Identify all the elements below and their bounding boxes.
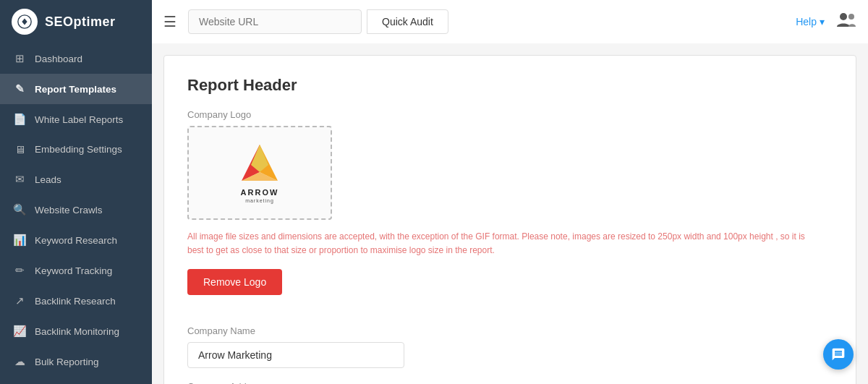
content-card: Report Header Company Logo ARROW bbox=[163, 55, 856, 384]
layout: ⊞ Dashboard ✎ Report Templates 📄 White L… bbox=[0, 43, 868, 384]
company-logo-label: Company Logo bbox=[187, 109, 833, 120]
mail-icon: ✉ bbox=[13, 173, 26, 186]
info-text-normal: All image file sizes and dimensions are … bbox=[187, 231, 519, 242]
svg-point-1 bbox=[840, 13, 847, 20]
sidebar-item-report-templates[interactable]: ✎ Report Templates bbox=[0, 74, 152, 104]
remove-logo-button[interactable]: Remove Logo bbox=[187, 269, 282, 295]
company-address-field: Company Address bbox=[187, 381, 833, 384]
sidebar: ⊞ Dashboard ✎ Report Templates 📄 White L… bbox=[0, 43, 152, 384]
logo-area: SEOptimer bbox=[0, 9, 152, 35]
chat-bubble-button[interactable] bbox=[823, 339, 854, 370]
sidebar-label-dashboard: Dashboard bbox=[35, 54, 82, 64]
sidebar-item-keyword-tracking[interactable]: ✏ Keyword Tracking bbox=[0, 255, 152, 286]
sidebar-item-website-crawls[interactable]: 🔍 Website Crawls bbox=[0, 195, 152, 225]
topbar: SEOptimer ☰ Quick Audit Help ▾ bbox=[0, 0, 868, 43]
cloud-icon: ☁ bbox=[13, 355, 26, 368]
sidebar-label-website-crawls: Website Crawls bbox=[35, 205, 103, 216]
document-icon: 📄 bbox=[13, 113, 26, 126]
sidebar-label-white-label-reports: White Label Reports bbox=[35, 114, 123, 125]
sidebar-label-leads: Leads bbox=[35, 174, 61, 185]
users-icon[interactable] bbox=[836, 11, 856, 33]
sidebar-label-keyword-research: Keyword Research bbox=[35, 235, 117, 246]
svg-point-2 bbox=[848, 14, 854, 20]
sidebar-item-backlink-monitoring[interactable]: 📈 Backlink Monitoring bbox=[0, 316, 152, 346]
sidebar-label-backlink-monitoring: Backlink Monitoring bbox=[35, 326, 119, 337]
sidebar-item-embedding-settings[interactable]: 🖥 Embedding Settings bbox=[0, 135, 152, 164]
sidebar-item-leads[interactable]: ✉ Leads bbox=[0, 164, 152, 195]
logo-icon bbox=[12, 9, 38, 35]
section-title: Report Header bbox=[187, 76, 833, 95]
brand-name: SEOptimer bbox=[45, 14, 116, 30]
dashboard-icon: ⊞ bbox=[13, 52, 26, 65]
arrow-logo-sub: marketing bbox=[245, 198, 274, 203]
arrow-up-right-icon: ↗ bbox=[13, 294, 26, 307]
company-name-label: Company Name bbox=[187, 325, 833, 336]
sidebar-item-bulk-reporting[interactable]: ☁ Bulk Reporting bbox=[0, 346, 152, 377]
sidebar-label-embedding-settings: Embedding Settings bbox=[35, 144, 122, 155]
trend-icon: 📈 bbox=[13, 325, 26, 338]
help-button[interactable]: Help ▾ bbox=[796, 16, 825, 27]
sidebar-item-keyword-research[interactable]: 📊 Keyword Research bbox=[0, 225, 152, 255]
arrow-logo-svg bbox=[231, 143, 289, 187]
quick-audit-button[interactable]: Quick Audit bbox=[367, 9, 448, 34]
sidebar-label-bulk-reporting: Bulk Reporting bbox=[35, 357, 99, 367]
company-logo-field: Company Logo ARROW marketing bbox=[187, 109, 833, 312]
search-icon: 🔍 bbox=[13, 203, 26, 216]
logo-upload-box[interactable]: ARROW marketing bbox=[187, 126, 332, 220]
topbar-actions: Help ▾ bbox=[796, 11, 856, 33]
sidebar-item-dashboard[interactable]: ⊞ Dashboard bbox=[0, 43, 152, 74]
sidebar-item-backlink-research[interactable]: ↗ Backlink Research bbox=[0, 286, 152, 316]
chevron-down-icon: ▾ bbox=[820, 16, 825, 27]
sidebar-label-backlink-research: Backlink Research bbox=[35, 296, 116, 307]
sidebar-item-white-label-reports[interactable]: 📄 White Label Reports bbox=[0, 104, 152, 135]
bar-chart-icon: 📊 bbox=[13, 234, 26, 247]
topbar-right: ☰ Quick Audit Help ▾ bbox=[152, 0, 868, 43]
pencil-icon: ✏ bbox=[13, 264, 26, 277]
arrow-logo: ARROW marketing bbox=[231, 143, 289, 203]
monitor-icon: 🖥 bbox=[13, 143, 26, 155]
chat-icon bbox=[831, 347, 846, 362]
company-name-field: Company Name bbox=[187, 325, 833, 368]
logo-info-text: All image file sizes and dimensions are … bbox=[187, 230, 809, 257]
info-text-highlight: Please note, images are resized to 250px… bbox=[522, 231, 773, 242]
sidebar-label-keyword-tracking: Keyword Tracking bbox=[35, 265, 112, 276]
hamburger-icon[interactable]: ☰ bbox=[163, 13, 176, 30]
company-name-input[interactable] bbox=[187, 342, 404, 368]
website-url-input[interactable] bbox=[188, 9, 362, 34]
sidebar-label-report-templates: Report Templates bbox=[35, 84, 116, 95]
edit-icon: ✎ bbox=[13, 82, 26, 95]
company-address-label: Company Address bbox=[187, 381, 833, 384]
sidebar-item-api[interactable]: ⚙ API bbox=[0, 377, 152, 384]
main-content: Report Header Company Logo ARROW bbox=[152, 43, 868, 384]
arrow-logo-text: ARROW bbox=[241, 188, 279, 197]
